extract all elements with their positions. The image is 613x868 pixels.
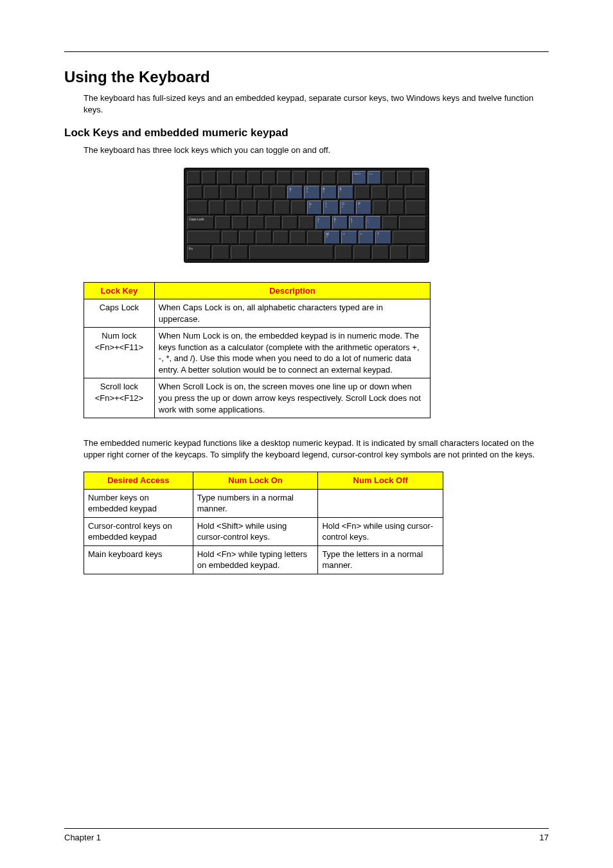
lock-key-name: Caps Lock <box>84 299 155 328</box>
lock-key-name: Num lock <Fn>+<F11> <box>84 328 155 378</box>
table2-header-on: Num Lock On <box>193 472 318 490</box>
table-row: Scroll lock <Fn>+<F12> When Scroll Lock … <box>84 378 431 418</box>
table2-header-access: Desired Access <box>84 472 193 490</box>
table2-header-off: Num Lock Off <box>318 472 443 490</box>
lock-keys-table: Lock Key Description Caps Lock When Caps… <box>84 282 431 418</box>
page-title: Using the Keyboard <box>64 68 549 86</box>
keyboard-figure: NmLkIns 6 77 88 99 * U 4I 5O 6P - Caps L… <box>64 168 549 263</box>
table-row: Cursor-control keys on embedded keypad H… <box>84 517 443 545</box>
mid-paragraph: The embedded numeric keypad functions li… <box>84 438 549 460</box>
table-row: Main keyboard keys Hold <Fn> while typin… <box>84 545 443 574</box>
on-cell: Type numbers in a normal manner. <box>193 489 318 517</box>
numlock-table: Desired Access Num Lock On Num Lock Off … <box>84 472 443 574</box>
off-cell <box>318 489 443 517</box>
lock-key-desc: When Caps Lock is on, all alphabetic cha… <box>154 299 430 328</box>
access-cell: Number keys on embedded keypad <box>84 489 193 517</box>
on-cell: Hold <Shift> while using cursor-control … <box>193 517 318 545</box>
top-rule <box>64 51 549 52</box>
footer-page-number: 17 <box>540 833 549 842</box>
table-row: Caps Lock When Caps Lock is on, all alph… <box>84 299 431 328</box>
keyboard-illustration: NmLkIns 6 77 88 99 * U 4I 5O 6P - Caps L… <box>184 168 429 263</box>
table1-header-desc: Description <box>154 282 430 299</box>
table-row: Num lock <Fn>+<F11> When Num Lock is on,… <box>84 328 431 378</box>
caps-lock-key: Caps Lock <box>187 216 214 229</box>
lock-key-name: Scroll lock <Fn>+<F12> <box>84 378 155 418</box>
page: Using the Keyboard The keyboard has full… <box>0 0 613 868</box>
page-footer: Chapter 1 17 <box>64 828 549 842</box>
footer-chapter: Chapter 1 <box>64 833 101 842</box>
access-cell: Main keyboard keys <box>84 545 193 574</box>
section-subtitle: Lock Keys and embedded mumeric keypad <box>64 127 549 139</box>
lock-key-desc: When Scroll Lock is on, the screen moves… <box>154 378 430 418</box>
access-cell: Cursor-control keys on embedded keypad <box>84 517 193 545</box>
on-cell: Hold <Fn> while typing letters on embedd… <box>193 545 318 574</box>
intro-paragraph: The keyboard has full-sized keys and an … <box>84 93 549 115</box>
section-intro: The keyboard has three lock keys which y… <box>84 145 549 156</box>
table1-header-key: Lock Key <box>84 282 155 299</box>
off-cell: Type the letters in a normal manner. <box>318 545 443 574</box>
off-cell: Hold <Fn> while using cursor-control key… <box>318 517 443 545</box>
lock-key-desc: When Num Lock is on, the embedded keypad… <box>154 328 430 378</box>
table-row: Number keys on embedded keypad Type numb… <box>84 489 443 517</box>
